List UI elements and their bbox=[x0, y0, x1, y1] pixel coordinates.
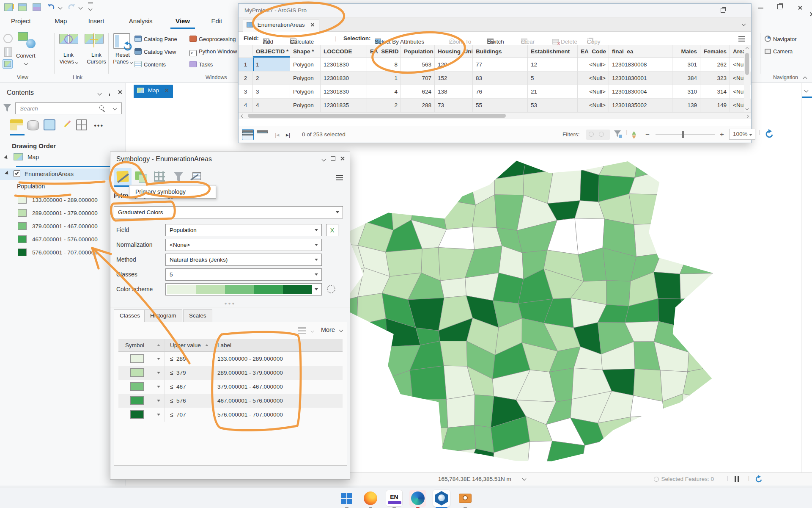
calculate-field-button[interactable]: Calculate bbox=[290, 39, 314, 45]
tab-project[interactable]: Project bbox=[6, 14, 36, 28]
table-vscrollbar[interactable] bbox=[744, 45, 750, 112]
zoom-out-icon[interactable]: − bbox=[645, 130, 650, 139]
table-cell[interactable]: Polygon bbox=[290, 85, 321, 99]
tab-insert[interactable]: Insert bbox=[83, 14, 110, 28]
contents-menu-chevron[interactable] bbox=[98, 91, 102, 96]
table-cell[interactable]: Establishment bbox=[528, 45, 578, 58]
table-cell[interactable]: 12 bbox=[528, 58, 578, 72]
table-cell[interactable]: 1 bbox=[253, 58, 290, 72]
geoprocessing-button[interactable]: Geoprocessing bbox=[189, 36, 236, 42]
table-cell[interactable]: 120 bbox=[435, 58, 473, 72]
table-cell[interactable]: <Null> bbox=[578, 85, 609, 99]
table-cell[interactable]: 12301830 bbox=[321, 85, 367, 99]
table-cell[interactable]: 310 bbox=[672, 85, 700, 99]
coordinate-readout[interactable]: 165,784.38E 146,385.51N m bbox=[438, 476, 511, 482]
zoom-level-select[interactable]: 100% bbox=[729, 129, 755, 140]
camera-button[interactable]: Camera bbox=[765, 48, 793, 55]
table-cell[interactable]: 3 bbox=[253, 85, 290, 99]
tab-edit[interactable]: Edit bbox=[206, 14, 227, 28]
table-cell[interactable]: 12301830 bbox=[321, 58, 367, 72]
python-window-button[interactable]: >Python Window bbox=[189, 48, 237, 56]
table-cell[interactable]: 4 bbox=[367, 85, 401, 99]
table-cell[interactable]: Males bbox=[672, 45, 700, 58]
coordinate-units-chevron[interactable] bbox=[522, 477, 527, 481]
link-views-icon[interactable] bbox=[59, 33, 80, 50]
table-cell[interactable]: 288 bbox=[401, 99, 435, 112]
catalog-pane-button[interactable]: Catalog Pane bbox=[134, 36, 177, 42]
table-cell[interactable]: 12301835 bbox=[321, 99, 367, 112]
table-cell[interactable]: <Null> bbox=[578, 72, 609, 85]
table-cell[interactable]: 2 bbox=[239, 72, 253, 85]
redo-dropdown-chevron[interactable] bbox=[78, 6, 82, 10]
link-cursors-icon[interactable] bbox=[85, 33, 105, 50]
globe-icon[interactable] bbox=[3, 34, 13, 43]
table-row[interactable]: 11Polygon1230183085631207712<Null>123018… bbox=[239, 58, 751, 72]
table-row[interactable]: 44Polygon123018352288735553<Null>1230183… bbox=[239, 99, 751, 112]
table-cell[interactable]: Polygon bbox=[290, 72, 321, 85]
vary-symbology-tab[interactable] bbox=[132, 168, 150, 187]
list-by-snapping-icon[interactable] bbox=[76, 119, 87, 130]
scale-filter-tab[interactable] bbox=[170, 168, 187, 187]
table-cell[interactable]: 262 bbox=[700, 58, 730, 72]
enumerationareas-tab[interactable]: EnumerationAreas bbox=[243, 19, 319, 32]
table-cell[interactable]: 12301830 bbox=[321, 72, 367, 85]
panel-splitter[interactable]: ●●● bbox=[110, 301, 350, 306]
more-menu[interactable]: More bbox=[321, 326, 335, 333]
list-by-data-source-icon[interactable] bbox=[27, 120, 39, 130]
table-cell[interactable]: 301 bbox=[672, 58, 700, 72]
link-views-button[interactable]: LinkViews bbox=[56, 52, 81, 65]
more-lists-icon[interactable]: ••• bbox=[94, 122, 104, 129]
search-options-chevron[interactable] bbox=[113, 106, 117, 110]
contents-button[interactable]: Contents bbox=[134, 61, 166, 68]
pause-drawing-icon[interactable] bbox=[735, 476, 739, 483]
table-row[interactable]: 22Polygon123018301707152835<Null>1230183… bbox=[239, 72, 751, 85]
delete-selected-button[interactable]: Delete bbox=[561, 39, 577, 45]
zoom-in-icon[interactable]: + bbox=[720, 130, 724, 139]
edge-icon[interactable] bbox=[409, 490, 426, 507]
tabstrip-chevron[interactable] bbox=[742, 22, 746, 26]
legend-item[interactable]: 576.000001 - 707.000000 bbox=[0, 246, 126, 260]
copy-rows-button[interactable]: Copy bbox=[587, 39, 601, 45]
color-scheme-options-gear-icon[interactable] bbox=[327, 285, 335, 293]
table-cell[interactable]: 139 bbox=[672, 99, 700, 112]
table-cell[interactable]: Polygon bbox=[290, 58, 321, 72]
start-button[interactable] bbox=[338, 490, 355, 507]
legend-item[interactable]: 379.000001 - 467.000000 bbox=[0, 220, 126, 233]
reset-panes-icon[interactable] bbox=[113, 33, 130, 49]
method-select[interactable]: Natural Breaks (Jenks) bbox=[165, 254, 322, 266]
table-hscrollbar[interactable] bbox=[239, 112, 751, 119]
search-input[interactable]: Search bbox=[15, 102, 122, 114]
table-refresh-icon[interactable] bbox=[765, 129, 774, 139]
link-cursors-button[interactable]: LinkCursors bbox=[83, 52, 110, 65]
table-menu-icon[interactable] bbox=[738, 35, 745, 43]
save-project-icon[interactable] bbox=[33, 3, 41, 11]
zoom-slider[interactable] bbox=[656, 134, 715, 135]
convert-chevron[interactable] bbox=[24, 61, 28, 66]
symbology-menu-icon[interactable] bbox=[336, 174, 343, 182]
renderer-select[interactable]: Graduated Colors bbox=[114, 206, 343, 218]
endnote-icon[interactable]: EN bbox=[386, 490, 403, 507]
add-field-button[interactable]: Add bbox=[263, 39, 273, 45]
table-cell[interactable]: 2 bbox=[253, 72, 290, 85]
table-cell[interactable]: 384 bbox=[672, 72, 700, 85]
legend-item[interactable]: 467.000001 - 576.000000 bbox=[0, 233, 126, 246]
collapse-ribbon-chevron[interactable] bbox=[803, 77, 807, 81]
customize-toolbar-icon[interactable] bbox=[88, 3, 93, 12]
search-icon[interactable] bbox=[99, 105, 104, 110]
legend-item[interactable]: 289.000001 - 379.000000 bbox=[0, 207, 126, 220]
primary-symbology-tab[interactable] bbox=[114, 168, 132, 187]
map-tree-item[interactable]: Map bbox=[4, 153, 39, 161]
class-row[interactable]: ≤ 379289.000001 - 379.000000 bbox=[118, 366, 343, 380]
arcgis-pro-icon[interactable] bbox=[433, 490, 450, 507]
table-cell[interactable]: Buildings bbox=[473, 45, 528, 58]
tab-analysis[interactable]: Analysis bbox=[124, 14, 158, 28]
window-restore-icon[interactable] bbox=[721, 8, 725, 13]
table-cell[interactable]: 55 bbox=[473, 99, 528, 112]
table-cell[interactable]: 563 bbox=[401, 58, 435, 72]
catalog-view-button[interactable]: Catalog View bbox=[134, 48, 176, 55]
refresh-icon[interactable] bbox=[754, 475, 763, 483]
table-cell[interactable]: 138 bbox=[435, 85, 473, 99]
table-cell[interactable]: Housing_Unit bbox=[435, 45, 473, 58]
tab-histogram[interactable]: Histogram bbox=[144, 309, 182, 322]
restore-button[interactable] bbox=[777, 4, 782, 9]
